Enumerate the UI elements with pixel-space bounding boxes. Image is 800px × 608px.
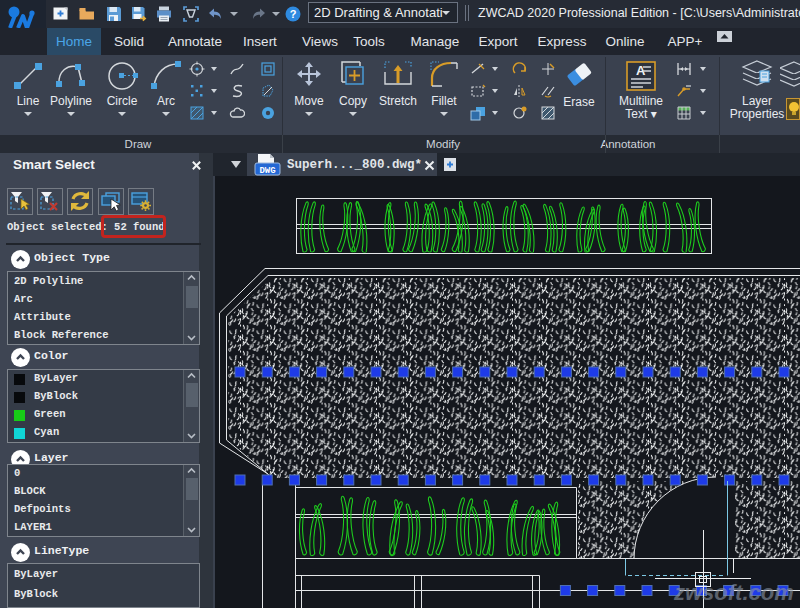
svg-text:DWG: DWG (259, 166, 275, 176)
svg-text:?: ? (290, 8, 297, 20)
svg-text:zwsoft.com: zwsoft.com (673, 580, 794, 605)
